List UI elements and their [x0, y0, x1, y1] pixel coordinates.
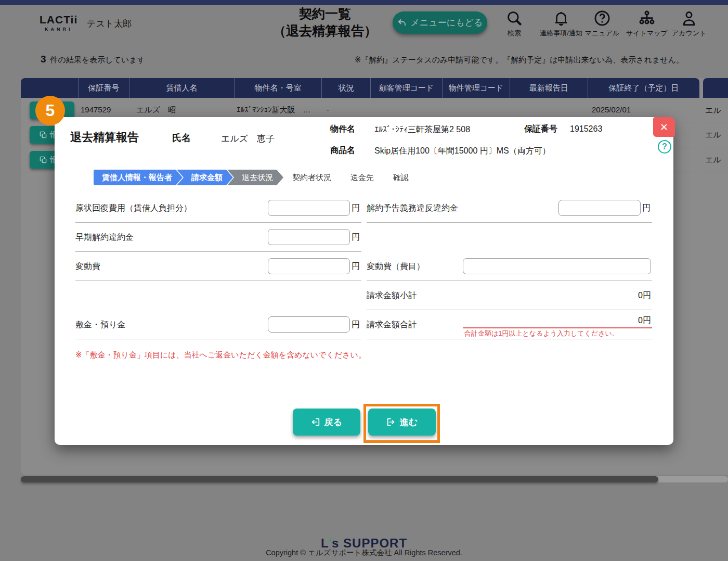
- col-header-property: 物件名・号室: [234, 78, 321, 98]
- cell-guarantee-no: 1947529: [81, 105, 111, 114]
- total-error-underline: [463, 327, 652, 328]
- table-header-pinned: [703, 78, 728, 98]
- step-tenant-info[interactable]: 賃借人情報・報告者: [94, 170, 183, 185]
- restore-cost-input[interactable]: [268, 200, 350, 216]
- divider: [75, 339, 361, 339]
- top-accent-bar: [0, 0, 728, 5]
- cell-end-date: 2025/02/01: [592, 105, 631, 114]
- name-value: エルズ 恵子: [221, 133, 275, 145]
- back-button[interactable]: 戻る: [293, 409, 360, 436]
- page-title: 契約一覧 （退去精算報告）: [237, 5, 413, 40]
- pinned-cell: エル: [703, 147, 728, 172]
- product-value: Skip居住用100〔年間15000 円〕MS（両方可）: [374, 146, 551, 157]
- modal-title: 退去精算報告: [70, 130, 139, 145]
- step-contractor-status[interactable]: 契約者状況: [278, 170, 342, 185]
- nav-account[interactable]: アカウント: [664, 9, 714, 38]
- copy-icon: [39, 156, 47, 164]
- variable-cost-input[interactable]: [268, 258, 350, 274]
- user-name: テスト太郎: [87, 18, 132, 30]
- notice-penalty-input[interactable]: [558, 200, 641, 216]
- question-icon: [593, 9, 611, 27]
- deposit-note: ※「敷金・預り金」項目には、当社へご返金いただく金額を含めないでください。: [75, 350, 366, 360]
- divider: [75, 222, 361, 223]
- step-wizard: 賃借人情報・報告者 請求金額 退去状況 契約者状況 送金先 確認: [94, 170, 419, 185]
- next-button[interactable]: 進む: [368, 409, 436, 436]
- product-label: 商品名: [330, 145, 355, 156]
- cell-status: -: [327, 105, 329, 114]
- col-header-end-date: 保証終了（予定）日: [588, 78, 699, 98]
- sitemap-icon: [638, 9, 656, 27]
- yen-suffix: 円: [352, 320, 360, 330]
- close-icon: ✕: [660, 121, 668, 133]
- logo-subtext: KANRI: [40, 27, 77, 32]
- yen-suffix: 円: [352, 203, 360, 214]
- guarantee-label: 保証番号: [524, 124, 557, 135]
- property-label: 物件名: [330, 124, 355, 135]
- account-icon: [680, 9, 698, 27]
- variable-cost-label: 変動費: [75, 261, 100, 272]
- pinned-cell: エル: [703, 98, 728, 122]
- step-moveout-status[interactable]: 退去状況: [227, 170, 283, 185]
- restore-cost-label: 原状回復費用（賃借人負担分）: [75, 203, 192, 214]
- col-header-customer-code: 顧客管理コード: [370, 78, 442, 98]
- cell-tenant-name: エルズ 昭: [136, 105, 176, 115]
- subtotal-value: 0円: [609, 290, 651, 301]
- total-error-text: 合計金額は1円以上となるよう入力してください。: [464, 329, 619, 338]
- divider: [367, 280, 652, 281]
- cell-property-name: ｴﾙｽﾞﾏﾝｼｮﾝ新大阪 …: [237, 105, 322, 115]
- early-cancel-label: 早期解約違約金: [75, 232, 134, 243]
- yen-suffix: 円: [352, 232, 360, 243]
- table-header-row: 保証番号 賃借人名 物件名・号室 状況 顧客管理コード 物件管理コード 最新報告…: [21, 78, 699, 98]
- divider: [367, 310, 652, 310]
- result-count: 3件の結果を表示しています: [41, 54, 145, 65]
- col-header-property-code: 物件管理コード: [442, 78, 510, 98]
- divider: [367, 339, 652, 339]
- name-label: 氏名: [172, 132, 191, 144]
- total-label: 請求金額合計: [367, 320, 417, 330]
- total-value: 0円: [609, 315, 651, 326]
- variable-item-input[interactable]: [463, 258, 651, 274]
- settlement-report-modal: ✕ ? 退去精算報告 氏名 エルズ 恵子 物件名 ｴﾙｽﾞ･ｼﾃｨ三軒茶屋第2 …: [55, 117, 673, 445]
- annotation-step-badge: 5: [35, 96, 65, 125]
- early-cancel-input[interactable]: [268, 229, 350, 245]
- reply-arrow-icon: [397, 18, 407, 28]
- enter-right-icon: [386, 417, 396, 427]
- col-header-latest-report: 最新報告日: [510, 78, 588, 98]
- step-confirm[interactable]: 確認: [379, 170, 419, 185]
- help-icon: ?: [662, 142, 667, 151]
- copyright-text: Copyright © エルズサポート株式会社 All Rights Reser…: [0, 548, 728, 558]
- col-header-tenant: 賃借人名: [129, 78, 234, 98]
- horizontal-scrollbar-track[interactable]: [21, 476, 728, 482]
- status-notice: ※『解約』ステータスのみ申請可能です。『解約予定』は申請出来ない為、表示されませ…: [355, 55, 684, 65]
- exit-left-icon: [311, 417, 320, 427]
- bell-icon: [552, 9, 570, 27]
- notice-penalty-label: 解約予告義務違反違約金: [367, 203, 458, 214]
- search-icon: [505, 9, 523, 27]
- divider: [367, 222, 652, 223]
- horizontal-scrollbar-thumb[interactable]: [21, 476, 658, 482]
- page: LACTii KANRI テスト太郎 契約一覧 （退去精算報告） メニューにもど…: [0, 0, 728, 561]
- yen-suffix: 円: [642, 203, 651, 214]
- step-remittance[interactable]: 送金先: [336, 170, 384, 185]
- logo-text: LACTii: [40, 14, 77, 26]
- col-header-action: [21, 78, 78, 98]
- copy-icon: [39, 131, 47, 139]
- deposit-label: 敷金・預り金: [75, 320, 125, 330]
- divider: [75, 280, 361, 281]
- property-value: ｴﾙｽﾞ･ｼﾃｨ三軒茶屋第2 508: [374, 124, 470, 135]
- divider: [75, 251, 361, 252]
- guarantee-value: 1915263: [570, 124, 602, 134]
- subtotal-label: 請求金額小計: [367, 290, 417, 301]
- deposit-input[interactable]: [268, 316, 350, 333]
- app-logo[interactable]: LACTii KANRI: [40, 14, 77, 32]
- col-header-guarantee-no: 保証番号: [78, 78, 129, 98]
- pinned-cell: エル: [703, 122, 728, 147]
- back-to-menu-button[interactable]: メニューにもどる: [393, 11, 487, 34]
- col-header-status: 状況: [321, 78, 370, 98]
- variable-item-label: 変動費（費目）: [367, 261, 425, 272]
- modal-help-button[interactable]: ?: [658, 140, 671, 154]
- yen-suffix: 円: [352, 261, 360, 272]
- modal-close-button[interactable]: ✕: [653, 117, 675, 137]
- step-billing-amount[interactable]: 請求金額: [177, 170, 233, 185]
